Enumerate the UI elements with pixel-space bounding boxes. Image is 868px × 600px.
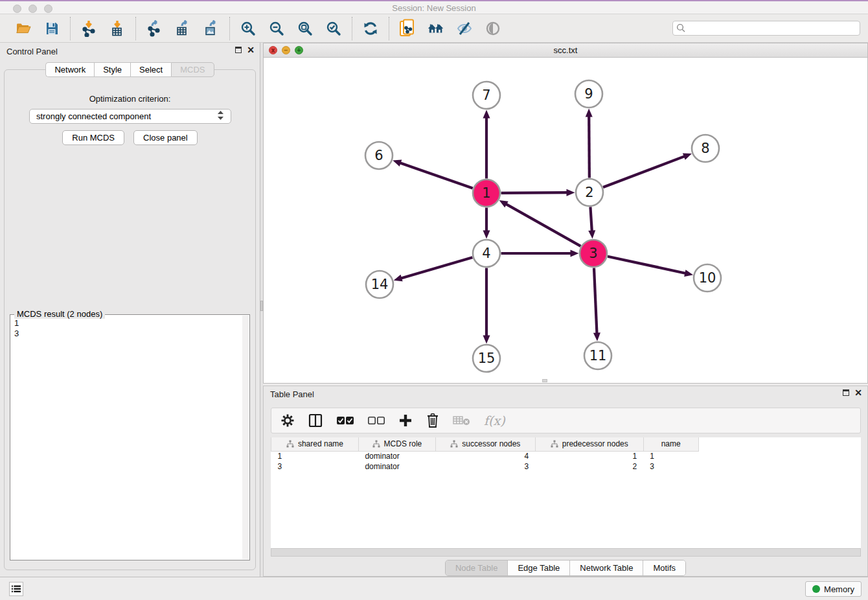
control-tab-network[interactable]: Network [45,62,94,77]
table-panel-title: Table Panel [270,389,314,399]
control-tab-mcds[interactable]: MCDS [171,62,214,77]
graph-node-label: 7 [482,87,490,103]
network-from-file-icon[interactable] [398,19,417,38]
graph-edge-2-8[interactable] [603,156,685,187]
graph-edge-arrowhead [483,231,490,239]
graph-edge-1-6[interactable] [400,163,473,189]
zoom-in-icon[interactable] [239,19,257,38]
zoom-out-icon[interactable] [268,19,286,38]
control-panel-tabs: NetworkStyleSelectMCDS [0,62,260,77]
export-image-icon[interactable] [202,19,220,38]
graph-edge-3-1[interactable] [505,203,580,246]
graph-edge-4-14[interactable] [400,257,472,278]
column-header-MCDS-role[interactable]: MCDS role [358,437,435,451]
table-cell[interactable]: 4 [435,451,535,461]
eye-icon[interactable] [484,19,502,38]
close-panel-button[interactable]: Close panel [133,130,198,145]
table-cell[interactable]: 1 [271,451,359,461]
hide-eye-icon[interactable] [455,19,474,38]
houses-icon[interactable] [427,19,445,38]
search-input[interactable] [672,21,860,36]
table-cell[interactable]: 3 [435,461,535,472]
network-resize-handle[interactable] [542,379,547,382]
import-network-icon[interactable] [80,19,98,38]
table-cell[interactable]: 2 [535,461,643,472]
table-cell[interactable]: dominator [358,451,435,461]
graph-node-label: 9 [584,86,593,102]
graph-edge-2-3[interactable] [590,207,591,231]
zoom-selected-icon[interactable] [325,19,343,38]
run-mcds-button[interactable]: Run MCDS [62,130,124,145]
graph-node-label: 15 [478,351,496,366]
table-cell[interactable]: 3 [271,461,359,472]
float-panel-icon[interactable] [235,47,242,53]
table-row[interactable]: 1dominator411 [271,451,862,461]
settings-gear-icon[interactable] [280,413,295,428]
save-session-icon[interactable] [43,19,61,38]
table-toolbar: f(x) [271,408,861,433]
window-title: Session: New Session [0,3,868,13]
criterion-label: Optimization criterion: [5,94,255,104]
network-graph-canvas[interactable]: 7968124314101511 [264,58,867,383]
column-header-predecessor-nodes[interactable]: predecessor nodes [535,437,643,451]
application-window: Session: New Session [0,0,868,600]
column-header-shared-name[interactable]: shared name [271,437,359,451]
table-tab-motifs[interactable]: Motifs [643,560,685,575]
graph-node-label: 3 [589,246,597,261]
export-network-icon[interactable] [145,19,163,38]
add-row-icon[interactable] [398,413,413,428]
memory-status-icon [812,585,820,593]
zoom-fit-icon[interactable] [296,19,314,38]
graph-node-label: 4 [482,246,490,261]
hierarchy-icon [372,440,380,448]
table-tab-network-table[interactable]: Network Table [569,560,643,575]
column-header-name[interactable]: name [643,437,698,451]
table-cell[interactable]: 3 [643,461,698,472]
task-history-button[interactable] [9,582,23,596]
control-tab-select[interactable]: Select [130,62,171,77]
criterion-select[interactable]: strongly connected component [29,109,231,124]
graph-edge-arrowhead [566,189,575,196]
graph-edge-1-2[interactable] [501,192,567,193]
table-cell[interactable]: dominator [358,461,435,472]
graph-edge-2-9[interactable] [589,115,589,178]
float-table-panel-icon[interactable] [843,389,849,396]
graph-edge-arrowhead [588,230,595,238]
refresh-icon[interactable] [361,19,380,38]
table-panel: Table Panel ✕ [263,386,868,577]
deselect-all-icon[interactable] [367,415,385,426]
table-row[interactable]: 3dominator323 [271,461,862,472]
table-cell[interactable]: 1 [643,451,698,461]
graph-edge-arrowhead [571,250,579,257]
close-panel-icon[interactable]: ✕ [247,47,255,53]
table-cell[interactable]: 1 [535,451,643,461]
hierarchy-icon [551,440,558,448]
table-tab-node-table[interactable]: Node Table [446,560,508,575]
mcds-result-line: 1 [14,318,238,329]
mcds-result-line: 3 [14,329,238,339]
table-tab-edge-table[interactable]: Edge Table [507,560,569,575]
hierarchy-icon [450,440,458,448]
open-session-icon[interactable] [14,19,32,38]
memory-button[interactable]: Memory [805,581,862,597]
graph-edge-3-11[interactable] [594,268,597,334]
export-table-icon[interactable] [174,19,192,38]
graph-edge-3-10[interactable] [608,257,686,273]
function-builder-icon: f(x) [484,413,505,428]
mcds-result-scrollbar[interactable] [242,316,249,559]
mcds-result-box: MCDS result (2 nodes) 13 [10,314,250,560]
import-table-icon[interactable] [108,19,126,38]
close-table-panel-icon[interactable]: ✕ [854,389,862,396]
column-header-successor-nodes[interactable]: successor nodes [435,437,535,451]
table-scrollbar-track[interactable] [271,548,861,557]
mcds-result-lines[interactable]: 13 [10,317,242,340]
control-panel-title: Control Panel [6,47,58,56]
graph-node-label: 10 [699,270,716,286]
select-all-icon[interactable] [336,415,354,426]
control-tab-style[interactable]: Style [94,62,130,77]
split-view-icon[interactable] [308,413,323,428]
delete-row-icon[interactable] [426,413,440,428]
main-toolbar [0,14,868,43]
delete-table-icon [453,415,471,426]
select-stepper-icon [217,110,224,122]
